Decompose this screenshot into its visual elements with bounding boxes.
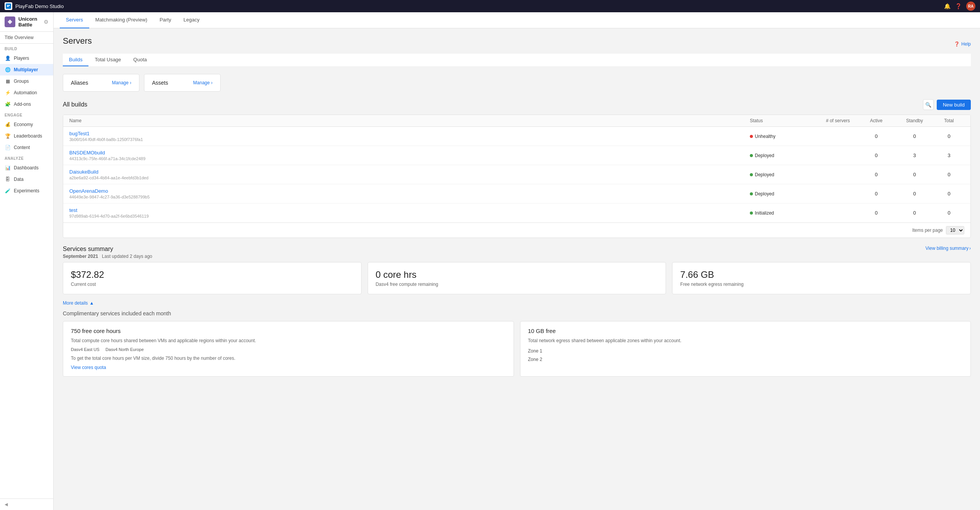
build-name-link[interactable]: OpenArenaDemo <box>69 188 750 194</box>
chart-icon: 📊 <box>5 165 11 171</box>
sidebar-collapse-button[interactable]: ◀ <box>0 499 53 510</box>
build-id: a2be6a92-cd34-4b84-aa1e-4eebfd3b1ded <box>69 175 750 180</box>
total-count: 0 <box>934 172 964 177</box>
assets-card: Assets Manage › <box>144 74 221 92</box>
table-row: DaisukeBuild a2be6a92-cd34-4b84-aa1e-4ee… <box>63 165 970 184</box>
aliases-manage-link[interactable]: Manage › <box>112 80 131 85</box>
sidebar-brand: Unicorn Battle ⚙ <box>0 12 53 32</box>
table-footer: Items per page 10 25 50 <box>63 223 970 238</box>
items-per-page-select[interactable]: 10 25 50 <box>946 226 964 235</box>
sidebar-content-label: Content <box>14 145 30 150</box>
sidebar-item-multiplayer[interactable]: 🌐 Multiplayer <box>0 64 53 75</box>
sidebar-item-groups[interactable]: ▦ Groups <box>0 75 53 87</box>
aliases-card: Aliases Manage › <box>63 74 139 92</box>
sidebar-automation-label: Automation <box>14 90 37 95</box>
puzzle-icon: 🧩 <box>5 101 11 107</box>
tab-servers[interactable]: Servers <box>60 12 89 28</box>
sidebar-dashboards-label: Dashboards <box>14 165 39 171</box>
free-card-egress: 10 GB free Total network egress shared b… <box>520 321 971 377</box>
tab-legacy[interactable]: Legacy <box>177 12 206 28</box>
help-icon: ❓ <box>954 41 960 47</box>
tab-party[interactable]: Party <box>154 12 177 28</box>
free-card-compute: 750 free core hours Total compute core h… <box>63 321 514 377</box>
services-header-left: Services summary September 2021 Last upd… <box>63 246 152 259</box>
services-header: Services summary September 2021 Last upd… <box>63 246 971 259</box>
sidebar-title-overview[interactable]: Title Overview <box>0 32 53 44</box>
view-cores-quota-link[interactable]: View cores quota <box>71 365 506 370</box>
status-cell: Initialized <box>750 210 819 216</box>
build-name-cell: OpenArenaDemo 44649e3e-9847-4c27-9a36-d3… <box>69 188 750 199</box>
tab-matchmaking[interactable]: Matchmaking (Preview) <box>89 12 154 28</box>
beaker-icon: 🧪 <box>5 188 11 194</box>
metric-label-cost: Current cost <box>71 282 353 287</box>
analyze-section-label: ANALYZE <box>0 153 53 162</box>
metrics-row: $372.82 Current cost 0 core hrs Dasv4 fr… <box>63 262 971 294</box>
assets-title: Assets <box>152 80 168 86</box>
active-count: 0 <box>857 172 895 177</box>
builds-title: All builds <box>63 101 87 108</box>
table-row: test 97d989ab-6194-4d70-aa2f-6e6bd354611… <box>63 203 970 223</box>
sidebar-item-automation[interactable]: ⚡ Automation <box>0 87 53 98</box>
subtab-builds[interactable]: Builds <box>63 54 88 66</box>
status-cell: Deployed <box>750 191 819 197</box>
builds-actions: 🔍 New build <box>923 99 971 110</box>
status-cell: Deployed <box>750 172 819 177</box>
subtab-quota[interactable]: Quota <box>127 54 153 66</box>
build-name-cell: BNSDEMObuild 44313c9c-75fe-466f-a71a-34c… <box>69 150 750 161</box>
standby-count: 0 <box>895 210 934 216</box>
sidebar-engage-section: ENGAGE 💰 Economy 🏆 Leaderboards 📄 Conten… <box>0 110 53 153</box>
sidebar-item-data[interactable]: 🗄 Data <box>0 174 53 185</box>
total-count: 0 <box>934 210 964 216</box>
zone-2: Zone 2 <box>528 356 963 364</box>
sidebar-players-label: Players <box>14 56 29 61</box>
sidebar-item-experiments[interactable]: 🧪 Experiments <box>0 185 53 197</box>
free-egress-title: 10 GB free <box>528 328 963 334</box>
sidebar-item-content[interactable]: 📄 Content <box>0 142 53 153</box>
assets-manage-link[interactable]: Manage › <box>193 80 213 85</box>
view-billing-link[interactable]: View billing summary › <box>926 246 971 251</box>
zone-1: Zone 1 <box>528 347 963 356</box>
sidebar-experiments-label: Experiments <box>14 188 39 194</box>
file-icon: 📄 <box>5 144 11 151</box>
search-button[interactable]: 🔍 <box>923 99 934 110</box>
search-icon: 🔍 <box>925 102 931 108</box>
status-dot-deployed <box>750 192 753 195</box>
brand-name: Unicorn Battle <box>18 16 41 28</box>
sidebar-data-label: Data <box>14 177 23 182</box>
status-label: Unhealthy <box>755 134 775 139</box>
free-egress-desc: Total network egress shared between appl… <box>528 337 963 344</box>
build-name-cell: DaisukeBuild a2be6a92-cd34-4b84-aa1e-4ee… <box>69 169 750 180</box>
table-row: bugTest1 3b06f164-f0df-4b0f-ba8b-1250f73… <box>63 127 970 146</box>
new-build-button[interactable]: New build <box>937 100 971 110</box>
builds-table: Name Status # of servers Active Standby … <box>63 115 971 238</box>
build-name-link[interactable]: test <box>69 207 750 213</box>
status-label: Deployed <box>755 153 774 158</box>
standby-count: 3 <box>895 153 934 158</box>
active-count: 0 <box>857 210 895 216</box>
help-circle-icon[interactable]: ❓ <box>955 3 962 9</box>
metric-card-cost: $372.82 Current cost <box>63 262 362 294</box>
free-compute-title: 750 free core hours <box>71 328 506 334</box>
active-count: 0 <box>857 191 895 197</box>
build-id: 44313c9c-75fe-466f-a71a-34c1fcde2489 <box>69 156 750 161</box>
notification-icon[interactable]: 🔔 <box>944 3 951 9</box>
build-name-link[interactable]: BNSDEMObuild <box>69 150 750 156</box>
sidebar-item-leaderboards[interactable]: 🏆 Leaderboards <box>0 130 53 142</box>
status-label: Deployed <box>755 191 774 197</box>
help-button[interactable]: ❓ Help <box>954 41 971 47</box>
sidebar-item-economy[interactable]: 💰 Economy <box>0 119 53 130</box>
sidebar-item-dashboards[interactable]: 📊 Dashboards <box>0 162 53 174</box>
avatar[interactable]: RA <box>966 2 975 11</box>
sidebar-item-addons[interactable]: 🧩 Add-ons <box>0 98 53 110</box>
metric-value-egress: 7.66 GB <box>680 269 963 280</box>
sidebar-leaderboards-label: Leaderboards <box>14 133 42 139</box>
more-details-toggle[interactable]: More details ▲ <box>63 300 971 306</box>
build-name-link[interactable]: bugTest1 <box>69 131 750 136</box>
build-name-cell: bugTest1 3b06f164-f0df-4b0f-ba8b-1250f73… <box>69 131 750 142</box>
subtab-total-usage[interactable]: Total Usage <box>88 54 127 66</box>
table-row: OpenArenaDemo 44649e3e-9847-4c27-9a36-d3… <box>63 184 970 203</box>
topbar: PlayFab Demo Studio 🔔 ❓ RA <box>0 0 980 12</box>
settings-icon[interactable]: ⚙ <box>44 19 49 25</box>
sidebar-item-players[interactable]: 👤 Players <box>0 52 53 64</box>
build-name-link[interactable]: DaisukeBuild <box>69 169 750 175</box>
